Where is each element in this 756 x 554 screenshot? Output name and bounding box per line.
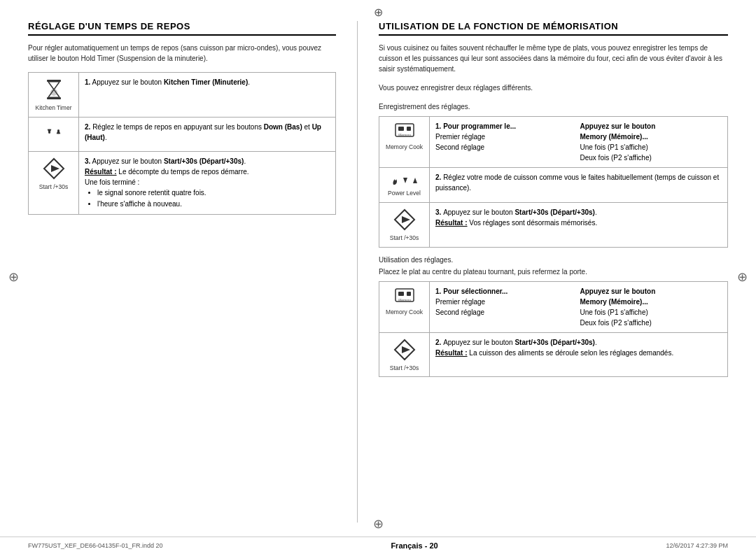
svg-marker-19	[402, 346, 410, 353]
step-two-col-reg-1: 1. Pour programmer le... Premier réglage…	[435, 121, 722, 163]
start-30s-icon-wrapper-left: Start /+30s	[34, 156, 73, 192]
start-30s-icon-reg	[392, 207, 417, 232]
svg-marker-13	[413, 178, 417, 183]
step-1-text: Appuyez sur le bouton Kitchen Timer (Min…	[92, 78, 250, 86]
icon-cell-start-30s-use: Start /+30s	[379, 332, 430, 377]
step-1-num: 1.	[85, 78, 92, 86]
step-3-text: Appuyez sur le bouton Start/+30s (Départ…	[92, 157, 246, 165]
use-step-1-num: 1.	[435, 287, 443, 295]
right-section-title: UTILISATION DE LA FONCTION DE MÉMORISATI…	[379, 21, 728, 36]
icon-cell-kitchen-timer: Kitchen Timer	[29, 73, 79, 118]
start-30s-label-reg: Start /+30s	[390, 234, 419, 243]
reg-step-3-text: Appuyez sur le bouton Start/+30s (Départ…	[435, 208, 597, 227]
memory-cook-icon-wrapper-reg: Memory Memory Cook	[385, 121, 424, 152]
use-table: Memory Memory Cook 1. Pour sélectionner.…	[379, 281, 728, 378]
svg-rect-4	[48, 129, 50, 134]
step-3-sub: Une fois terminé :	[85, 178, 139, 186]
use-step-2-num: 2.	[435, 339, 443, 346]
right-column: UTILISATION DE LA FONCTION DE MÉMORISATI…	[379, 21, 728, 523]
svg-rect-17	[407, 292, 411, 296]
svg-rect-6	[57, 129, 59, 134]
reg-step-1-row1-right: Une fois (P1 s'affiche)	[580, 143, 648, 151]
step-2-text: Réglez le temps de repos en appuyant sur…	[85, 123, 321, 141]
use-step-1-row2-right: Deux fois (P2 s'affiche)	[580, 319, 652, 327]
start-30s-label-use: Start /+30s	[390, 364, 419, 373]
list-item: l'heure s'affiche à nouveau.	[97, 199, 330, 210]
start-30s-icon-wrapper-use: Start /+30s	[385, 337, 424, 373]
use-step-1-cell: 1. Pour sélectionner... Premier réglage …	[430, 281, 728, 332]
footer-left: FW775UST_XEF_DE66-04135F-01_FR.indd 20	[28, 542, 163, 549]
footer-center: Français - 20	[391, 541, 438, 550]
svg-marker-14	[402, 216, 410, 223]
kitchen-timer-icon	[41, 77, 66, 102]
step-2-text-cell: 2. Réglez le temps de repos en appuyant …	[79, 117, 336, 151]
use-step-1-row2-left: Second réglage	[435, 308, 484, 316]
table-row: Memory Memory Cook 1. Pour sélectionner.…	[379, 281, 728, 332]
page-footer: FW775UST_XEF_DE66-04135F-01_FR.indd 20 F…	[0, 537, 756, 554]
bottom-compass-icon: ⊕	[373, 516, 384, 532]
icon-cell-start-30s-reg: Start /+30s	[379, 202, 430, 247]
left-section-title: RÉGLAGE D'UN TEMPS DE REPOS	[28, 21, 336, 36]
footer-right: 12/6/2017 4:27:39 PM	[666, 542, 728, 549]
power-level-icon-wrapper: Power Level	[385, 172, 424, 198]
register-table: Memory Memory Cook 1. Pour programmer le…	[379, 116, 728, 248]
use-step-1-row1-right: Une fois (P1 s'affiche)	[580, 308, 648, 316]
step-3-text-cell: 3. Appuyez sur le bouton Start/+30s (Dép…	[79, 151, 336, 214]
sub-heading2: Utilisation des réglages.	[379, 255, 728, 265]
memory-cook-icon-reg: Memory	[393, 121, 416, 141]
top-compass-icon: ⊕	[374, 6, 383, 19]
step-1-text-cell: 1. Appuyez sur le bouton Kitchen Timer (…	[79, 73, 336, 118]
reg-step-3-num: 3.	[435, 208, 443, 216]
column-divider	[357, 21, 358, 523]
power-level-label: Power Level	[388, 189, 421, 198]
reg-step-1-cell: 1. Pour programmer le... Premier réglage…	[430, 117, 728, 168]
list-item: le signal sonore retentit quatre fois.	[97, 187, 330, 199]
svg-point-2	[50, 89, 57, 96]
use-step-1-row1-left: Premier réglage	[435, 298, 485, 306]
left-compass-icon: ⊕	[8, 269, 19, 285]
table-row: Memory Memory Cook 1. Pour programmer le…	[379, 117, 728, 168]
table-row: Start /+30s 3. Appuyez sur le bouton Sta…	[29, 151, 336, 214]
reg-step-1-row1-left: Premier réglage	[435, 133, 485, 141]
table-row: Start /+30s 3. Appuyez sur le bouton Sta…	[379, 202, 728, 247]
reg-step-1-right: Appuyez sur le boutonMemory (Mémoire)...…	[580, 121, 722, 163]
left-column: RÉGLAGE D'UN TEMPS DE REPOS Pour régler …	[28, 21, 336, 523]
reg-step-2-num: 2.	[435, 173, 443, 181]
memory-cook-icon-wrapper-use: Memory Memory Cook	[385, 286, 424, 317]
left-instruction-table: Kitchen Timer 1. Appuyez sur le bouton K…	[28, 72, 336, 215]
start-30s-icon-use	[392, 337, 417, 362]
svg-rect-9	[398, 127, 404, 131]
sub-heading3: Placez le plat au centre du plateau tour…	[379, 267, 728, 277]
right-compass-icon: ⊕	[737, 269, 748, 285]
step-3-result: Résultat : Le décompte du temps de repos…	[85, 168, 249, 176]
reg-step-2-cell: 2. Réglez votre mode de cuisson comme vo…	[430, 168, 728, 203]
main-content: RÉGLAGE D'UN TEMPS DE REPOS Pour régler …	[0, 0, 756, 537]
right-intro1: Si vous cuisinez ou faites souvent récha…	[379, 43, 728, 74]
svg-text:Memory: Memory	[398, 133, 411, 137]
step-3-num: 3.	[85, 157, 92, 165]
reg-step-1-row2-left: Second réglage	[435, 143, 484, 151]
svg-marker-7	[51, 165, 59, 172]
page: RÉGLAGE D'UN TEMPS DE REPOS Pour régler …	[0, 0, 756, 554]
power-level-icon	[389, 172, 420, 187]
icon-cell-power-level: Power Level	[379, 168, 430, 203]
reg-step-1-col2-label: Appuyez sur le boutonMemory (Mémoire)...	[580, 122, 656, 141]
start-30s-icon-wrapper-reg: Start /+30s	[385, 207, 424, 243]
reg-step-1-row2-right: Deux fois (P2 s'affiche)	[580, 154, 652, 162]
start-30s-label-left: Start /+30s	[39, 183, 68, 192]
svg-text:Memory: Memory	[398, 298, 411, 302]
start-30s-icon-left	[41, 156, 66, 181]
icon-cell-memory-cook-reg: Memory Memory Cook	[379, 117, 430, 168]
use-step-2-text: Appuyez sur le bouton Start/+30s (Départ…	[435, 339, 673, 357]
icon-cell-start-30s-left: Start /+30s	[29, 151, 79, 214]
right-intro2: Vous pouvez enregistrer deux réglages di…	[379, 83, 728, 93]
reg-step-1-col1-label: Pour programmer le...	[443, 122, 516, 130]
icon-cell-memory-cook-use: Memory Memory Cook	[379, 281, 430, 332]
icon-cell-arrows	[29, 117, 79, 151]
svg-rect-16	[398, 292, 404, 296]
arrows-icon-wrapper	[34, 122, 73, 147]
reg-step-2-text: Réglez votre mode de cuisson comme vous …	[435, 173, 719, 192]
kitchen-timer-label: Kitchen Timer	[36, 104, 72, 113]
table-row: Start /+30s 2. Appuyez sur le bouton Sta…	[379, 332, 728, 377]
step-2-num: 2.	[85, 123, 92, 131]
